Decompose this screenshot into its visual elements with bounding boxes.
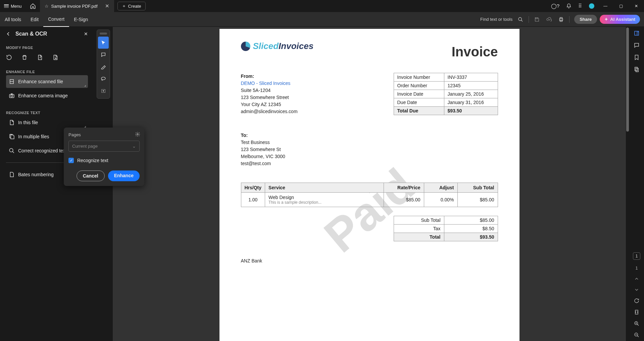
svg-rect-5 [560, 20, 562, 21]
tab-title: Sample invoice PDF.pdf [51, 4, 98, 9]
notifications-button[interactable] [563, 3, 575, 9]
camera-icon [9, 93, 15, 99]
item-rate: $85.00 [384, 193, 424, 207]
home-button[interactable] [26, 3, 40, 9]
enhance-button[interactable]: Enhance [108, 170, 140, 181]
line-items-table: Hrs/Qty Service Rate/Price Adjust Sub To… [241, 183, 498, 207]
close-icon: ✕ [635, 4, 638, 8]
highlight-icon [101, 64, 106, 69]
create-label: Create [128, 4, 141, 9]
page-down-button[interactable] [634, 287, 639, 292]
svg-rect-2 [536, 17, 538, 18]
to-header: To: [241, 132, 498, 139]
svg-point-11 [137, 134, 138, 135]
back-button[interactable] [6, 32, 11, 36]
bookmarks-button[interactable] [634, 54, 640, 60]
page-up-button[interactable] [634, 277, 639, 281]
ai-label: AI Assistant [610, 17, 635, 22]
tab-esign[interactable]: E-Sign [69, 12, 93, 27]
panel-close-button[interactable]: ✕ [84, 31, 88, 37]
from-header: From: [241, 73, 394, 80]
chat-icon [634, 42, 640, 48]
drag-handle[interactable] [100, 33, 107, 35]
svg-line-19 [637, 324, 639, 326]
pages-select-value: Current page [72, 144, 98, 149]
vertical-scrollbar[interactable] [626, 27, 629, 341]
page-plus-icon [37, 54, 43, 60]
subtotal-value: $85.00 [444, 216, 498, 225]
draw-tool[interactable] [98, 73, 109, 85]
rotate-icon [6, 54, 12, 60]
create-button[interactable]: ＋ Create [117, 2, 146, 10]
menu-button[interactable]: Menu [0, 4, 26, 9]
tab-edit[interactable]: Edit [26, 12, 43, 27]
ai-assistant-button[interactable]: ✦ AI Assistant [600, 15, 640, 24]
in-this-file-item[interactable]: In this file [6, 116, 88, 129]
page-export-icon [52, 54, 58, 60]
left-panel: Scan & OCR ✕ MODIFY PAGE ENHANCE FILE En… [0, 27, 94, 341]
zoom-out-button[interactable] [634, 332, 639, 338]
window-maximize-button[interactable]: ▢ [613, 0, 629, 12]
to-line: 123 Somewhere St [241, 146, 498, 153]
save-icon [534, 17, 540, 22]
zoom-in-button[interactable] [634, 321, 639, 326]
share-button[interactable]: Share [574, 15, 597, 24]
from-line: 123 Somewhere Street [241, 94, 394, 101]
tax-value: $8.50 [444, 225, 498, 233]
close-tab-button[interactable]: ✕ [105, 3, 109, 9]
panel-toggle-button[interactable] [634, 30, 640, 36]
from-link[interactable]: DEMO - Sliced Invoices [241, 81, 291, 86]
comment-tool[interactable] [98, 49, 109, 61]
search-icon [518, 17, 523, 22]
account-avatar[interactable] [589, 3, 594, 9]
svg-rect-17 [635, 310, 638, 314]
page-current-badge[interactable]: 1 [633, 252, 640, 260]
help-button[interactable]: ◯? [548, 3, 563, 9]
enhance-camera-image-item[interactable]: Enhance camera image [6, 89, 88, 102]
item-sub: $85.00 [457, 193, 498, 207]
svg-point-9 [9, 148, 13, 152]
star-icon[interactable]: ☆ [45, 4, 49, 9]
select-tool[interactable] [98, 37, 109, 49]
apps-button[interactable]: ⠿ [575, 3, 586, 9]
cursor-icon [101, 40, 106, 45]
recognize-text-checkbox[interactable]: ✓ [68, 158, 74, 163]
tab-convert[interactable]: Convert [43, 12, 69, 27]
rotate-view-button[interactable] [634, 298, 639, 303]
panel-icon [634, 30, 640, 36]
rotate-button[interactable] [6, 54, 13, 61]
print-icon [558, 17, 564, 22]
scrollbar-thumb[interactable] [626, 28, 629, 132]
chevron-up-icon [634, 277, 639, 281]
fit-page-button[interactable] [634, 309, 639, 315]
bates-label: Bates numbering [18, 172, 54, 177]
comments-button[interactable] [634, 42, 640, 48]
pages-select[interactable]: Current page ⌄ [68, 141, 140, 152]
save-button[interactable] [531, 17, 543, 22]
search-button[interactable] [514, 17, 527, 22]
extract-page-button[interactable] [52, 54, 59, 61]
help-icon: ◯? [551, 3, 559, 9]
insert-page-button[interactable] [37, 54, 44, 61]
settings-button[interactable] [135, 132, 140, 137]
table-row: 1.00 Web DesignThis is a sample descript… [241, 193, 498, 207]
gear-icon [135, 132, 140, 137]
zoom-out-icon [634, 332, 639, 338]
text-tool[interactable] [98, 85, 109, 97]
enhance-file-label: ENHANCE FILE [6, 70, 88, 74]
cancel-button[interactable]: Cancel [77, 170, 105, 181]
print-button[interactable] [555, 17, 567, 22]
document-tab[interactable]: ☆ Sample invoice PDF.pdf ✕ [40, 0, 114, 12]
pages-button[interactable] [634, 66, 640, 72]
delete-button[interactable] [21, 54, 28, 61]
enhance-scanned-file-item[interactable]: Enhance scanned file [6, 75, 88, 88]
window-close-button[interactable]: ✕ [629, 0, 644, 12]
invoice-title: Invoice [452, 44, 498, 59]
document-viewport[interactable]: SlicedInvoices Invoice From: DEMO - Slic… [113, 27, 626, 341]
window-minimize-button[interactable]: ― [598, 0, 613, 12]
highlight-tool[interactable] [98, 61, 109, 73]
tab-all-tools[interactable]: All tools [0, 12, 26, 27]
cloud-upload-button[interactable] [543, 17, 555, 22]
info-value: INV-3337 [444, 73, 498, 82]
item-hrs: 1.00 [241, 193, 265, 207]
